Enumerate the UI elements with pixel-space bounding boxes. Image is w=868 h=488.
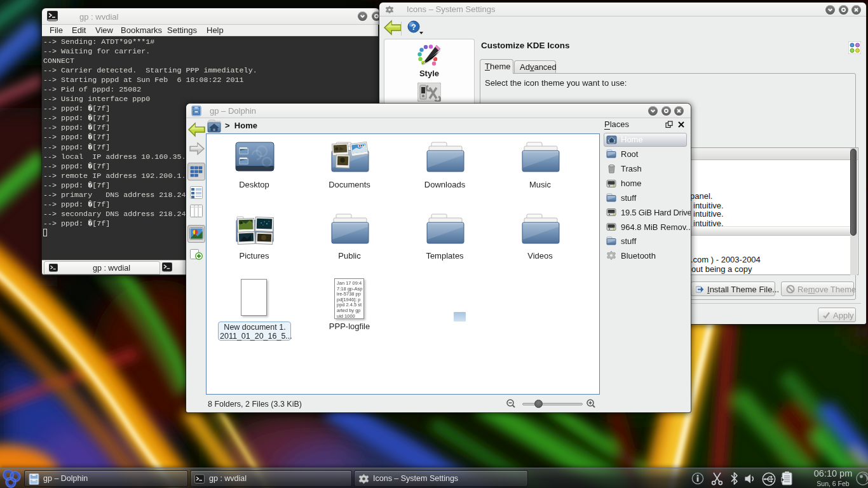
svg-text:?: ? — [411, 22, 416, 32]
